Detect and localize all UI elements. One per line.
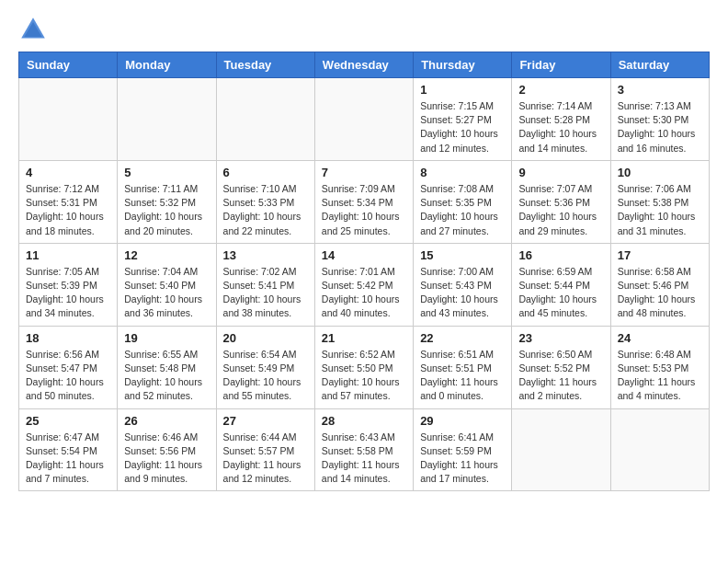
day-number: 10 [618,166,702,179]
day-number: 28 [322,414,406,428]
day-info: Sunrise: 6:43 AM Sunset: 5:58 PM Dayligh… [322,431,406,487]
day-info: Sunrise: 6:50 AM Sunset: 5:52 PM Dayligh… [518,348,603,404]
calendar-cell: 2Sunrise: 7:14 AM Sunset: 5:28 PM Daylig… [512,78,610,161]
day-info: Sunrise: 6:44 AM Sunset: 5:57 PM Dayligh… [223,431,308,487]
day-info: Sunrise: 7:02 AM Sunset: 5:41 PM Dayligh… [223,265,308,321]
day-info: Sunrise: 7:06 AM Sunset: 5:38 PM Dayligh… [618,182,702,238]
calendar-cell: 13Sunrise: 7:02 AM Sunset: 5:41 PM Dayli… [216,243,314,326]
day-number: 24 [618,331,702,345]
day-number: 8 [420,166,505,179]
calendar-cell: 25Sunrise: 6:47 AM Sunset: 5:54 PM Dayli… [19,408,118,491]
day-number: 27 [223,414,308,428]
day-info: Sunrise: 7:14 AM Sunset: 5:28 PM Dayligh… [518,99,603,155]
day-number: 12 [124,248,209,262]
calendar-header-thursday: Thursday [414,52,512,78]
calendar-cell: 24Sunrise: 6:48 AM Sunset: 5:53 PM Dayli… [610,326,709,408]
day-info: Sunrise: 6:41 AM Sunset: 5:59 PM Dayligh… [420,431,505,487]
calendar-cell: 12Sunrise: 7:04 AM Sunset: 5:40 PM Dayli… [118,243,216,326]
calendar-cell [118,78,216,161]
day-number: 1 [420,83,505,97]
day-info: Sunrise: 6:46 AM Sunset: 5:56 PM Dayligh… [124,431,209,487]
day-number: 23 [518,331,603,345]
calendar-cell: 26Sunrise: 6:46 AM Sunset: 5:56 PM Dayli… [118,408,216,491]
calendar-week-row: 25Sunrise: 6:47 AM Sunset: 5:54 PM Dayli… [19,408,710,491]
day-number: 13 [223,248,308,262]
day-info: Sunrise: 6:59 AM Sunset: 5:44 PM Dayligh… [518,265,603,321]
logo [18,15,51,44]
calendar-cell: 22Sunrise: 6:51 AM Sunset: 5:51 PM Dayli… [414,326,512,408]
calendar-table: SundayMondayTuesdayWednesdayThursdayFrid… [18,52,710,491]
day-number: 17 [618,248,702,262]
day-number: 22 [420,331,505,345]
calendar-cell [19,78,118,161]
day-number: 15 [420,248,505,262]
logo-icon [18,15,48,44]
calendar-cell [216,78,314,161]
day-info: Sunrise: 6:47 AM Sunset: 5:54 PM Dayligh… [26,431,110,487]
day-number: 3 [618,83,702,97]
day-number: 7 [322,166,406,179]
day-number: 20 [223,331,308,345]
calendar-cell: 17Sunrise: 6:58 AM Sunset: 5:46 PM Dayli… [610,243,709,326]
calendar-cell: 7Sunrise: 7:09 AM Sunset: 5:34 PM Daylig… [314,160,413,243]
day-info: Sunrise: 6:54 AM Sunset: 5:49 PM Dayligh… [223,348,308,404]
calendar-week-row: 11Sunrise: 7:05 AM Sunset: 5:39 PM Dayli… [19,243,710,326]
day-number: 2 [518,83,603,97]
day-info: Sunrise: 7:01 AM Sunset: 5:42 PM Dayligh… [322,265,406,321]
calendar-week-row: 18Sunrise: 6:56 AM Sunset: 5:47 PM Dayli… [19,326,710,408]
day-info: Sunrise: 7:04 AM Sunset: 5:40 PM Dayligh… [124,265,209,321]
day-number: 29 [420,414,505,428]
calendar-header-wednesday: Wednesday [314,52,413,78]
calendar-cell: 11Sunrise: 7:05 AM Sunset: 5:39 PM Dayli… [19,243,118,326]
day-number: 16 [518,248,603,262]
day-info: Sunrise: 6:55 AM Sunset: 5:48 PM Dayligh… [124,348,209,404]
day-info: Sunrise: 6:56 AM Sunset: 5:47 PM Dayligh… [26,348,110,404]
day-info: Sunrise: 7:12 AM Sunset: 5:31 PM Dayligh… [26,182,110,238]
calendar-cell: 19Sunrise: 6:55 AM Sunset: 5:48 PM Dayli… [118,326,216,408]
calendar-cell: 23Sunrise: 6:50 AM Sunset: 5:52 PM Dayli… [512,326,610,408]
day-number: 5 [124,166,209,179]
calendar-cell: 29Sunrise: 6:41 AM Sunset: 5:59 PM Dayli… [414,408,512,491]
calendar-cell: 16Sunrise: 6:59 AM Sunset: 5:44 PM Dayli… [512,243,610,326]
calendar-cell [610,408,709,491]
calendar-header-row: SundayMondayTuesdayWednesdayThursdayFrid… [19,52,710,78]
day-number: 21 [322,331,406,345]
calendar-header-friday: Friday [512,52,610,78]
calendar-cell: 3Sunrise: 7:13 AM Sunset: 5:30 PM Daylig… [610,78,709,161]
header [18,15,710,44]
day-number: 14 [322,248,406,262]
day-info: Sunrise: 7:07 AM Sunset: 5:36 PM Dayligh… [518,182,603,238]
calendar-header-tuesday: Tuesday [216,52,314,78]
calendar-week-row: 1Sunrise: 7:15 AM Sunset: 5:27 PM Daylig… [19,78,710,161]
calendar-header-sunday: Sunday [19,52,118,78]
day-number: 11 [26,248,110,262]
calendar-cell [314,78,413,161]
calendar-cell: 27Sunrise: 6:44 AM Sunset: 5:57 PM Dayli… [216,408,314,491]
day-info: Sunrise: 6:52 AM Sunset: 5:50 PM Dayligh… [322,348,406,404]
calendar-cell: 10Sunrise: 7:06 AM Sunset: 5:38 PM Dayli… [610,160,709,243]
calendar-cell: 1Sunrise: 7:15 AM Sunset: 5:27 PM Daylig… [414,78,512,161]
day-info: Sunrise: 7:00 AM Sunset: 5:43 PM Dayligh… [420,265,505,321]
day-info: Sunrise: 7:13 AM Sunset: 5:30 PM Dayligh… [618,99,702,155]
day-number: 25 [26,414,110,428]
day-info: Sunrise: 7:08 AM Sunset: 5:35 PM Dayligh… [420,182,505,238]
calendar-cell: 4Sunrise: 7:12 AM Sunset: 5:31 PM Daylig… [19,160,118,243]
calendar-header-monday: Monday [118,52,216,78]
day-number: 6 [223,166,308,179]
calendar-cell: 28Sunrise: 6:43 AM Sunset: 5:58 PM Dayli… [314,408,413,491]
calendar-cell: 9Sunrise: 7:07 AM Sunset: 5:36 PM Daylig… [512,160,610,243]
day-number: 26 [124,414,209,428]
calendar-week-row: 4Sunrise: 7:12 AM Sunset: 5:31 PM Daylig… [19,160,710,243]
day-number: 18 [26,331,110,345]
day-number: 4 [26,166,110,179]
day-info: Sunrise: 7:05 AM Sunset: 5:39 PM Dayligh… [26,265,110,321]
day-info: Sunrise: 7:09 AM Sunset: 5:34 PM Dayligh… [322,182,406,238]
day-number: 9 [518,166,603,179]
day-info: Sunrise: 7:11 AM Sunset: 5:32 PM Dayligh… [124,182,209,238]
day-info: Sunrise: 6:58 AM Sunset: 5:46 PM Dayligh… [618,265,702,321]
calendar-cell: 5Sunrise: 7:11 AM Sunset: 5:32 PM Daylig… [118,160,216,243]
calendar-cell [512,408,610,491]
calendar-header-saturday: Saturday [610,52,709,78]
calendar-cell: 20Sunrise: 6:54 AM Sunset: 5:49 PM Dayli… [216,326,314,408]
day-info: Sunrise: 6:51 AM Sunset: 5:51 PM Dayligh… [420,348,505,404]
